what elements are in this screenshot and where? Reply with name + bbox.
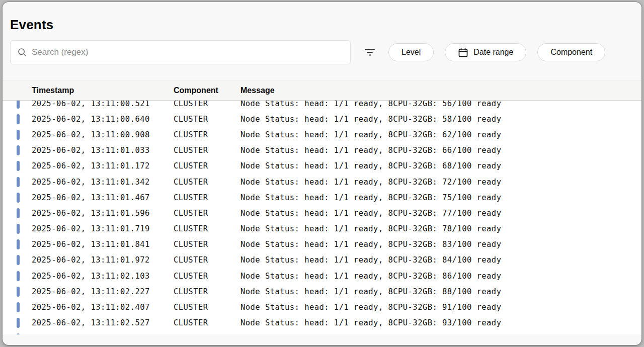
date-range-filter-button[interactable]: Date range: [445, 43, 526, 61]
row-timestamp: 2025-06-02, 13:11:01.033: [3, 146, 174, 155]
table-header: Timestamp Component Message: [3, 80, 641, 101]
table-row[interactable]: 2025-06-02, 13:11:00.640 CLUSTER Node St…: [3, 111, 641, 127]
log-level-indicator: [17, 271, 20, 281]
row-component: CLUSTER: [174, 101, 240, 108]
column-header-message: Message: [240, 86, 641, 95]
row-component: CLUSTER: [174, 272, 240, 281]
row-component: CLUSTER: [174, 178, 240, 187]
log-level-indicator: [17, 302, 20, 312]
row-timestamp: 2025-06-02, 13:11:01.841: [3, 240, 174, 249]
search-icon: [17, 47, 27, 57]
log-level-indicator: [17, 287, 20, 297]
row-message: Node Status: head: 1/1 ready, 8CPU-32GB:…: [240, 130, 641, 139]
row-component: CLUSTER: [174, 146, 240, 155]
table-row[interactable]: 2025-06-02, 13:11:01.342 CLUSTER Node St…: [3, 174, 641, 190]
row-component: CLUSTER: [174, 255, 240, 265]
table-row[interactable]: 2025-06-02, 13:11:00.908 CLUSTER Node St…: [3, 127, 641, 142]
row-component: CLUSTER: [174, 334, 240, 334]
row-timestamp: 2025-06-02, 13:11:02.227: [3, 287, 174, 296]
table-row[interactable]: 2025-06-02, 13:11:02.103 CLUSTER Node St…: [3, 268, 641, 284]
row-message: Node Status: head: 1/1 ready, 8CPU-32GB:…: [240, 161, 641, 170]
search-box[interactable]: [10, 40, 351, 64]
log-level-indicator: [17, 145, 20, 155]
row-component: CLUSTER: [174, 161, 240, 170]
row-component: CLUSTER: [174, 130, 240, 139]
table-row[interactable]: 2025-06-02, 13:11:01.596 CLUSTER Node St…: [3, 205, 641, 221]
row-message: Node Status: head: 1/1 ready, 8CPU-32GB:…: [240, 303, 641, 312]
level-filter-label: Level: [401, 48, 421, 57]
row-message: Node Status: head: 1/1 ready, 8CPU-32GB:…: [240, 193, 641, 202]
component-filter-label: Component: [550, 48, 592, 57]
table-row[interactable]: 2025-06-02, 13:11:02.227 CLUSTER Node St…: [3, 284, 641, 299]
table-row[interactable]: 2025-06-02, 13:11:00.521 CLUSTER Node St…: [3, 101, 641, 111]
table-row[interactable]: 2025-06-02, 13:11:01.972 CLUSTER Node St…: [3, 252, 641, 268]
row-message: Node Status: head: 1/1 ready, 8CPU-32GB:…: [240, 178, 641, 187]
table-body[interactable]: 2025-06-02, 13:11:00.521 CLUSTER Node St…: [3, 101, 641, 334]
row-message: Node Status: head: 1/1 ready, 8CPU-32GB:…: [240, 240, 641, 249]
row-timestamp: 2025-06-02, 13:11:02.651: [3, 334, 174, 334]
search-input[interactable]: [32, 47, 343, 57]
row-message: Node Status: head: 1/1 ready, 8CPU-32GB:…: [240, 115, 641, 124]
row-component: CLUSTER: [174, 209, 240, 218]
filter-pills: Level Date range Component: [388, 43, 605, 61]
row-timestamp: 2025-06-02, 13:11:01.719: [3, 224, 174, 233]
row-message: Node Status: head: 1/1 ready, 8CPU-32GB:…: [240, 272, 641, 281]
log-level-indicator: [17, 193, 20, 203]
filter-lines-icon[interactable]: [360, 42, 380, 62]
row-component: CLUSTER: [174, 115, 240, 124]
log-level-indicator: [17, 130, 20, 140]
row-timestamp: 2025-06-02, 13:11:02.407: [3, 303, 174, 312]
log-level-indicator: [17, 114, 20, 124]
table-row[interactable]: 2025-06-02, 13:11:01.841 CLUSTER Node St…: [3, 237, 641, 252]
row-component: CLUSTER: [174, 193, 240, 202]
calendar-icon: [458, 47, 468, 58]
level-filter-button[interactable]: Level: [388, 43, 434, 61]
table-row[interactable]: 2025-06-02, 13:11:02.407 CLUSTER Node St…: [3, 299, 641, 315]
row-timestamp: 2025-06-02, 13:11:01.172: [3, 161, 174, 170]
toolbar: Level Date range Component: [10, 40, 634, 64]
log-level-indicator: [17, 333, 20, 334]
log-level-indicator: [17, 224, 20, 234]
component-filter-button[interactable]: Component: [537, 43, 605, 61]
row-message: Node Status: head: 1/1 ready, 8CPU-32GB:…: [240, 255, 641, 265]
table-row[interactable]: 2025-06-02, 13:11:02.651 CLUSTER Node St…: [3, 331, 641, 334]
row-timestamp: 2025-06-02, 13:11:01.342: [3, 178, 174, 187]
row-message: Node Status: head: 1/1 ready, 8CPU-32GB:…: [240, 318, 641, 327]
row-message: Node Status: head: 1/1 ready, 8CPU-32GB:…: [240, 209, 641, 218]
table-row[interactable]: 2025-06-02, 13:11:01.719 CLUSTER Node St…: [3, 221, 641, 237]
row-timestamp: 2025-06-02, 13:11:01.467: [3, 193, 174, 202]
row-component: CLUSTER: [174, 240, 240, 249]
page-title: Events: [10, 17, 641, 33]
date-range-filter-label: Date range: [473, 48, 513, 57]
row-component: CLUSTER: [174, 318, 240, 327]
table-row[interactable]: 2025-06-02, 13:11:01.172 CLUSTER Node St…: [3, 158, 641, 174]
log-level-indicator: [17, 101, 20, 109]
log-level-indicator: [17, 161, 20, 171]
row-message: Node Status: head: 1/1 ready, 8CPU-32GB:…: [240, 146, 641, 155]
column-header-component: Component: [174, 86, 240, 95]
row-message: Node Status: head: 1/1 ready, 8CPU-32GB:…: [240, 334, 641, 334]
row-component: CLUSTER: [174, 224, 240, 233]
events-table: Timestamp Component Message 2025-06-02, …: [3, 80, 641, 334]
row-timestamp: 2025-06-02, 13:11:00.521: [3, 101, 174, 108]
row-message: Node Status: head: 1/1 ready, 8CPU-32GB:…: [240, 101, 641, 108]
table-row[interactable]: 2025-06-02, 13:11:02.527 CLUSTER Node St…: [3, 315, 641, 331]
log-level-indicator: [17, 177, 20, 187]
row-component: CLUSTER: [174, 303, 240, 312]
row-component: CLUSTER: [174, 287, 240, 296]
events-panel: Events Level: [3, 2, 641, 345]
row-timestamp: 2025-06-02, 13:11:02.103: [3, 272, 174, 281]
row-timestamp: 2025-06-02, 13:11:00.640: [3, 115, 174, 124]
log-level-indicator: [17, 318, 20, 328]
table-row[interactable]: 2025-06-02, 13:11:01.467 CLUSTER Node St…: [3, 190, 641, 205]
row-timestamp: 2025-06-02, 13:11:01.972: [3, 255, 174, 265]
log-level-indicator: [17, 239, 20, 249]
row-timestamp: 2025-06-02, 13:11:00.908: [3, 130, 174, 139]
row-timestamp: 2025-06-02, 13:11:01.596: [3, 209, 174, 218]
log-level-indicator: [17, 208, 20, 218]
log-level-indicator: [17, 255, 20, 265]
row-message: Node Status: head: 1/1 ready, 8CPU-32GB:…: [240, 224, 641, 233]
column-header-timestamp: Timestamp: [3, 86, 174, 95]
table-row[interactable]: 2025-06-02, 13:11:01.033 CLUSTER Node St…: [3, 143, 641, 158]
row-timestamp: 2025-06-02, 13:11:02.527: [3, 318, 174, 327]
